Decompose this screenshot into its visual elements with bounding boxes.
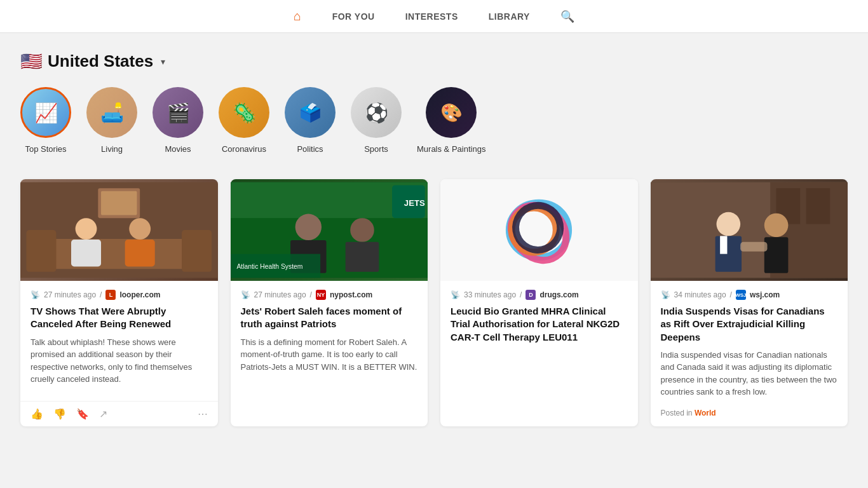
like-icon-1[interactable]: 👍 <box>31 408 43 420</box>
category-living[interactable]: 🛋️ Living <box>86 87 137 154</box>
source-logo-3: D <box>526 290 536 300</box>
location-name: United States <box>48 51 153 71</box>
category-circle-murals: 🎨 <box>426 87 477 138</box>
svg-point-4 <box>76 218 97 240</box>
navigation: ⌂ FOR YOU INTERESTS LIBRARY 🔍 <box>0 0 868 33</box>
category-circle-sports: ⚽ <box>351 87 402 138</box>
article-excerpt-2: This is a defining moment for Robert Sal… <box>241 336 418 417</box>
svg-text:JETS: JETS <box>403 198 424 208</box>
posted-in-link-4[interactable]: World <box>695 409 716 417</box>
location-selector[interactable]: 🇺🇸 United States ▾ <box>20 51 848 72</box>
article-card-4: 📡 34 minutes ago / WSJ wsj.com India Sus… <box>651 179 848 426</box>
category-label-murals: Murals & Paintings <box>417 144 485 154</box>
svg-rect-31 <box>740 242 767 252</box>
article-time-4: 34 minutes ago <box>674 290 726 299</box>
svg-point-6 <box>129 218 151 240</box>
article-title-3[interactable]: Leucid Bio Granted MHRA Clinical Trial A… <box>451 305 628 344</box>
category-circle-coronavirus: 🦠 <box>219 87 269 138</box>
category-label-living: Living <box>101 144 123 154</box>
category-sports[interactable]: ⚽ Sports <box>351 87 402 154</box>
svg-rect-27 <box>715 236 741 271</box>
nav-home[interactable]: ⌂ <box>294 9 302 24</box>
bookmark-icon-1[interactable]: 🔖 <box>76 408 89 420</box>
category-movies[interactable]: 🎬 Movies <box>153 87 203 154</box>
article-meta-2: 📡 27 minutes ago / NY nypost.com <box>241 290 418 300</box>
source-logo-2: NY <box>316 290 326 300</box>
article-time-3: 33 minutes ago <box>464 290 516 299</box>
article-meta-3: 📡 33 minutes ago / D drugs.com <box>451 290 628 300</box>
article-excerpt-4: India suspended visas for Canadian natio… <box>661 349 838 398</box>
category-circle-living: 🛋️ <box>86 87 137 138</box>
svg-rect-3 <box>182 230 212 272</box>
svg-point-26 <box>716 212 740 236</box>
chevron-down-icon: ▾ <box>161 57 165 67</box>
categories-row: 📈 Top Stories 🛋️ Living 🎬 Movies 🦠 Coron… <box>20 87 848 159</box>
flag-icon: 🇺🇸 <box>20 51 43 72</box>
svg-rect-18 <box>345 242 379 272</box>
source-name-1[interactable]: looper.com <box>119 290 160 299</box>
category-murals[interactable]: 🎨 Murals & Paintings <box>417 87 485 154</box>
svg-point-15 <box>295 214 321 240</box>
category-label-coronavirus: Coronavirus <box>222 144 266 154</box>
category-label-politics: Politics <box>297 144 323 154</box>
category-label-sports: Sports <box>364 144 388 154</box>
nav-search[interactable]: 🔍 <box>560 10 574 24</box>
article-excerpt-1: Talk about whiplash! These shows were pr… <box>31 336 208 392</box>
article-title-4[interactable]: India Suspends Visas for Canadians as Ri… <box>661 305 838 344</box>
category-circle-movies: 🎬 <box>153 87 203 138</box>
svg-rect-25 <box>806 188 830 224</box>
article-title-1[interactable]: TV Shows That Were Abruptly Canceled Aft… <box>31 305 208 331</box>
article-image-1 <box>20 179 218 281</box>
svg-rect-1 <box>32 239 206 269</box>
source-name-2[interactable]: nypost.com <box>330 290 372 299</box>
share-icon-1[interactable]: ↗ <box>99 408 107 420</box>
article-meta-1: 📡 27 minutes ago / L looper.com <box>31 290 208 300</box>
source-name-3[interactable]: drugs.com <box>539 290 578 299</box>
article-card-3: 📡 33 minutes ago / D drugs.com Leucid Bi… <box>440 179 638 426</box>
category-politics[interactable]: 🗳️ Politics <box>285 87 336 154</box>
home-icon: ⌂ <box>294 9 302 23</box>
article-time-1: 27 minutes ago <box>44 290 96 299</box>
article-meta-4: 📡 34 minutes ago / WSJ wsj.com <box>661 290 838 300</box>
category-label-movies: Movies <box>165 144 191 154</box>
svg-rect-30 <box>764 237 788 273</box>
article-time-2: 27 minutes ago <box>254 290 306 299</box>
svg-rect-9 <box>101 191 137 215</box>
rss-icon-3: 📡 <box>451 290 460 299</box>
svg-rect-28 <box>720 236 727 254</box>
source-name-4[interactable]: wsj.com <box>750 290 780 299</box>
rss-icon-2: 📡 <box>241 290 250 299</box>
category-label-top-stories: Top Stories <box>25 144 66 154</box>
category-circle-politics: 🗳️ <box>285 87 336 138</box>
source-logo-4: WSJ <box>736 290 746 300</box>
article-footer-1: 👍 👎 🔖 ↗ ⋯ <box>20 401 218 426</box>
svg-rect-7 <box>125 240 155 266</box>
rss-icon-4: 📡 <box>661 290 670 299</box>
article-image-2: JETS Atlantic Health System <box>231 179 428 281</box>
nav-for-you[interactable]: FOR YOU <box>332 11 375 22</box>
article-card-1: 📡 27 minutes ago / L looper.com TV Shows… <box>20 179 218 426</box>
article-image-3 <box>440 179 638 281</box>
category-circle-top-stories: 📈 <box>20 87 71 138</box>
article-image-4 <box>651 179 848 281</box>
category-top-stories[interactable]: 📈 Top Stories <box>20 87 71 154</box>
articles-grid: 📡 27 minutes ago / L looper.com TV Shows… <box>20 179 848 426</box>
posted-in-4: Posted in World <box>661 409 838 417</box>
svg-rect-2 <box>26 230 56 272</box>
more-icon-1[interactable]: ⋯ <box>198 408 208 420</box>
nav-interests[interactable]: INTERESTS <box>405 11 458 22</box>
nav-library[interactable]: LIBRARY <box>489 11 530 22</box>
rss-icon-1: 📡 <box>31 290 40 299</box>
svg-point-17 <box>350 218 374 242</box>
category-coronavirus[interactable]: 🦠 Coronavirus <box>219 87 269 154</box>
dislike-icon-1[interactable]: 👎 <box>53 408 66 420</box>
source-logo-1: L <box>105 290 116 300</box>
svg-text:Atlantic Health System: Atlantic Health System <box>236 263 302 270</box>
svg-point-29 <box>764 214 788 238</box>
article-title-2[interactable]: Jets' Robert Saleh faces moment of truth… <box>241 305 418 331</box>
svg-rect-5 <box>71 240 101 266</box>
article-card-2: JETS Atlantic Health System 📡 27 minutes… <box>231 179 428 426</box>
